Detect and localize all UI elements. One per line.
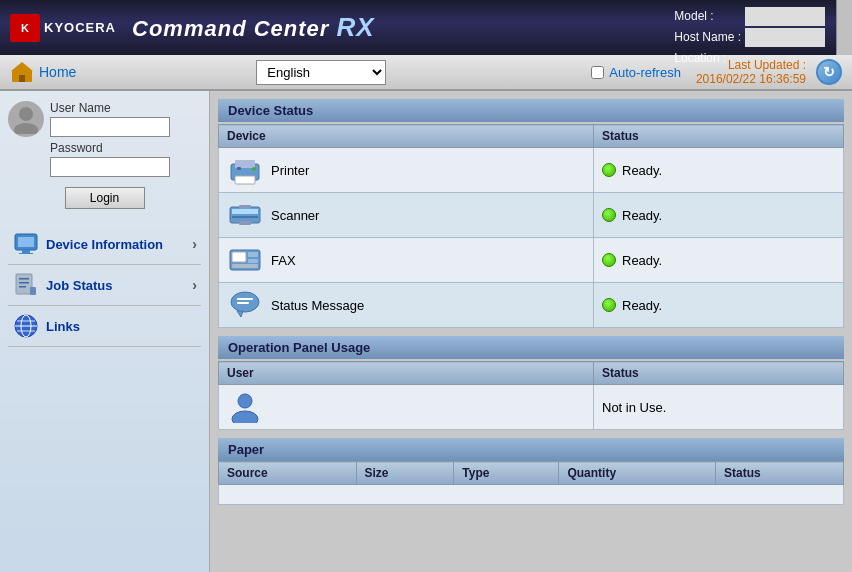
- sidebar-item-device-information[interactable]: Device Information ›: [8, 224, 201, 265]
- language-select[interactable]: English Japanese German French Spanish: [256, 60, 386, 85]
- table-row: FAX Ready.: [219, 238, 844, 283]
- hostname-label: Host Name :: [672, 28, 743, 47]
- user-avatar: [8, 101, 44, 137]
- printer-status: Ready.: [622, 163, 662, 178]
- scrollbar-top: [836, 0, 852, 55]
- fax-icon: [227, 244, 263, 276]
- hostname-value: [745, 28, 825, 47]
- op-status-col-header: Status: [594, 362, 844, 385]
- svg-rect-30: [239, 221, 251, 225]
- app-title: Command Center RX: [132, 12, 375, 43]
- device-status-table: Device Status: [218, 124, 844, 328]
- login-button[interactable]: Login: [65, 187, 145, 209]
- scanner-status: Ready.: [622, 208, 662, 223]
- svg-text:K: K: [21, 22, 29, 34]
- svg-rect-11: [16, 274, 32, 294]
- table-row: [219, 485, 844, 505]
- device-information-label: Device Information: [46, 237, 163, 252]
- device-status-header: Device Status: [218, 99, 844, 122]
- scanner-status-indicator: [602, 208, 616, 222]
- svg-rect-39: [237, 302, 249, 304]
- job-status-label: Job Status: [46, 278, 112, 293]
- fax-status-indicator: [602, 253, 616, 267]
- username-input[interactable]: [50, 117, 170, 137]
- model-label: Model :: [672, 7, 743, 26]
- sidebar-item-job-status[interactable]: Job Status ›: [8, 265, 201, 306]
- device-col-header: Device: [219, 125, 594, 148]
- fax-label: FAX: [271, 253, 296, 268]
- job-status-arrow: ›: [192, 277, 197, 293]
- fax-status: Ready.: [622, 253, 662, 268]
- status-col-header: Status: [594, 125, 844, 148]
- source-col-header: Source: [219, 462, 357, 485]
- printer-icon: [227, 154, 263, 186]
- user-icon: [227, 391, 263, 423]
- svg-rect-15: [30, 287, 36, 295]
- svg-rect-38: [237, 298, 253, 300]
- kyocera-logo: K KYOCERA: [10, 14, 116, 42]
- svg-point-40: [238, 394, 252, 408]
- login-section: User Name Password Login: [8, 101, 201, 209]
- svg-point-6: [14, 123, 38, 134]
- svg-rect-32: [232, 252, 246, 262]
- status-message-icon: [227, 289, 263, 321]
- logo-area: K KYOCERA Command Center RX: [10, 12, 375, 43]
- table-row: Not in Use.: [219, 385, 844, 430]
- operation-status: Not in Use.: [594, 385, 844, 430]
- location-value: [745, 49, 825, 68]
- svg-rect-8: [18, 237, 34, 247]
- svg-rect-24: [237, 167, 241, 170]
- auto-refresh-checkbox[interactable]: [591, 66, 604, 79]
- header-info: Model : Host Name : Location :: [670, 5, 827, 71]
- svg-rect-10: [19, 253, 33, 254]
- status-message-indicator: [602, 298, 616, 312]
- svg-rect-34: [248, 259, 258, 263]
- login-fields: User Name Password: [50, 101, 201, 181]
- model-value: [745, 7, 825, 26]
- status-message-status: Ready.: [622, 298, 662, 313]
- location-label: Location :: [672, 49, 743, 68]
- table-row: Status Message Ready.: [219, 283, 844, 328]
- scanner-icon: [227, 199, 263, 231]
- svg-rect-23: [235, 176, 255, 184]
- home-link[interactable]: Home: [10, 60, 76, 84]
- paper-status-col-header: Status: [715, 462, 843, 485]
- printer-status-indicator: [602, 163, 616, 177]
- type-col-header: Type: [454, 462, 559, 485]
- device-information-arrow: ›: [192, 236, 197, 252]
- sidebar-item-links[interactable]: Links: [8, 306, 201, 347]
- size-col-header: Size: [356, 462, 454, 485]
- paper-section-header: Paper: [218, 438, 844, 461]
- kyocera-text: KYOCERA: [44, 20, 116, 35]
- home-icon: [10, 60, 34, 84]
- paper-table: Source Size Type Quantity Status: [218, 461, 844, 505]
- svg-rect-33: [248, 252, 258, 257]
- svg-rect-12: [19, 278, 29, 280]
- avatar-icon: [11, 104, 41, 134]
- job-status-icon: [12, 271, 40, 299]
- user-col-header: User: [219, 362, 594, 385]
- svg-rect-35: [232, 264, 258, 268]
- svg-rect-14: [19, 286, 26, 288]
- printer-label: Printer: [271, 163, 309, 178]
- svg-point-25: [252, 167, 256, 171]
- main-layout: User Name Password Login Device Informat…: [0, 91, 852, 572]
- svg-rect-22: [235, 160, 255, 168]
- sidebar: User Name Password Login Device Informat…: [0, 91, 210, 572]
- home-label: Home: [39, 64, 76, 80]
- header: K KYOCERA Command Center RX Model : Host…: [0, 0, 852, 55]
- password-input[interactable]: [50, 157, 170, 177]
- operation-panel-header: Operation Panel Usage: [218, 336, 844, 359]
- table-row: Printer Ready.: [219, 148, 844, 193]
- links-label: Links: [46, 319, 80, 334]
- password-label: Password: [50, 141, 201, 155]
- device-information-icon: [12, 230, 40, 258]
- kyocera-icon: K: [10, 14, 40, 42]
- svg-rect-29: [239, 205, 251, 209]
- content-area: Device Status Device Status: [210, 91, 852, 572]
- svg-rect-9: [22, 250, 30, 253]
- svg-rect-27: [232, 209, 258, 214]
- svg-marker-3: [11, 62, 33, 71]
- scanner-label: Scanner: [271, 208, 319, 223]
- links-icon: [12, 312, 40, 340]
